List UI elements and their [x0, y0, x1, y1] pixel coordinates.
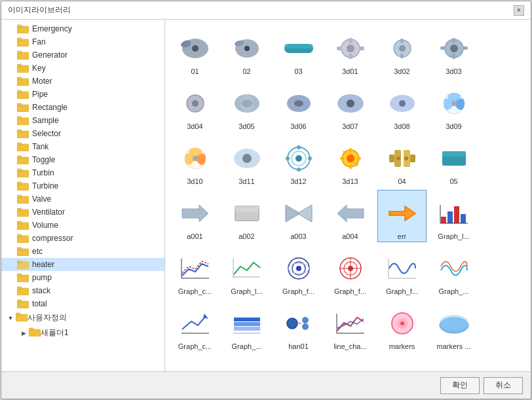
sidebar-item[interactable]: Turbine	[1, 179, 164, 192]
icon-image	[228, 250, 266, 286]
sidebar-item[interactable]: Emergency	[1, 22, 164, 35]
svg-point-146	[302, 317, 309, 323]
sidebar-item-label: Fan	[32, 37, 46, 46]
svg-point-147	[302, 323, 309, 330]
icon-label: Graph_...	[431, 287, 476, 295]
sidebar-item[interactable]: stack	[1, 284, 164, 297]
close-button[interactable]: ×	[514, 5, 524, 16]
sidebar-item[interactable]: Key	[1, 62, 164, 75]
icon-cell[interactable]: Graph_...	[429, 245, 478, 297]
sidebar-item[interactable]: Pipe	[1, 88, 164, 101]
icon-cell[interactable]: 3d01	[326, 25, 375, 77]
svg-point-52	[244, 46, 250, 51]
icon-cell[interactable]: 3d06	[274, 80, 323, 132]
sidebar-item[interactable]: heater	[1, 258, 164, 271]
sidebar-item[interactable]: Turbin	[1, 166, 164, 179]
sidebar-item-label: compressor	[32, 234, 73, 243]
sidebar-item[interactable]: Fan	[1, 35, 164, 48]
sidebar-item[interactable]: total	[1, 297, 164, 310]
sidebar-item[interactable]: Rectangle	[1, 101, 164, 114]
svg-point-107	[396, 156, 400, 160]
svg-point-57	[347, 45, 354, 52]
icon-cell[interactable]: 3d05	[222, 80, 271, 132]
icon-image	[228, 195, 266, 231]
svg-point-93	[286, 156, 290, 160]
icon-cell[interactable]: 3d11	[222, 135, 271, 187]
icon-cell[interactable]: err	[377, 190, 427, 242]
sidebar-item[interactable]: etc	[1, 245, 164, 258]
group-label: 사용자정의	[28, 312, 67, 323]
icon-cell[interactable]: markers ...	[429, 300, 478, 352]
icon-cell[interactable]: Graph_f...	[274, 245, 323, 297]
folder-icon	[17, 273, 29, 282]
icon-cell[interactable]: Graph_...	[222, 300, 271, 352]
icon-image	[280, 140, 318, 176]
icon-cell[interactable]: Graph_f...	[377, 245, 427, 297]
icon-image	[332, 85, 370, 121]
icon-cell[interactable]: Graph_c...	[170, 300, 219, 352]
icon-image	[383, 195, 421, 231]
icon-cell[interactable]: 03	[274, 25, 323, 77]
sidebar-item-label: Tank	[32, 142, 48, 151]
sidebar-item-label: heater	[32, 260, 54, 269]
sidebar-group[interactable]: ▶ 새폴더1	[1, 325, 164, 340]
icon-cell[interactable]: 3d03	[429, 25, 478, 77]
icon-cell[interactable]: 02	[222, 25, 271, 77]
folder-icon	[17, 50, 29, 60]
confirm-button[interactable]: 확인	[440, 377, 480, 394]
icon-cell[interactable]: a004	[326, 190, 375, 242]
sidebar-item-label: Key	[32, 64, 46, 73]
icon-cell[interactable]: 05	[429, 135, 478, 187]
sidebar-item[interactable]: Valve	[1, 192, 164, 206]
icon-cell[interactable]: line_cha...	[326, 300, 375, 352]
sidebar-item[interactable]: Selector	[1, 127, 164, 140]
icon-image	[280, 30, 318, 66]
icon-cell[interactable]: 3d13	[326, 135, 375, 187]
svg-rect-142	[234, 327, 260, 331]
sidebar-item[interactable]: Sample	[1, 114, 164, 127]
icon-cell[interactable]: 3d10	[170, 135, 219, 187]
icon-cell[interactable]: Graph_l...	[222, 245, 271, 297]
sidebar-item[interactable]: Tank	[1, 140, 164, 153]
sidebar-item[interactable]: compressor	[1, 232, 164, 245]
sidebar-item[interactable]: pump	[1, 271, 164, 284]
icon-label: 3d05	[224, 122, 269, 130]
icon-cell[interactable]: han01	[274, 300, 323, 352]
icon-cell[interactable]: 3d02	[377, 25, 427, 77]
sidebar-item[interactable]: Moter	[1, 75, 164, 88]
sidebar-item[interactable]: Toggle	[1, 153, 164, 166]
cancel-button[interactable]: 취소	[484, 377, 523, 394]
sidebar-item[interactable]: Generator	[1, 48, 164, 62]
icon-cell[interactable]: a001	[170, 190, 219, 242]
sidebar-group[interactable]: ▼ 사용자정의	[1, 310, 164, 325]
svg-rect-3	[17, 38, 22, 41]
icon-cell[interactable]: 04	[377, 135, 427, 187]
icon-cell[interactable]: 3d09	[429, 80, 478, 132]
icon-cell[interactable]: Graph_c...	[170, 245, 219, 297]
svg-point-87	[242, 154, 252, 163]
icon-cell[interactable]: Graph_f...	[326, 245, 375, 297]
sidebar-item-label: Ventilator	[32, 208, 65, 217]
icon-cell[interactable]: 3d08	[377, 80, 427, 132]
icon-cell[interactable]: a002	[222, 190, 271, 242]
icon-cell[interactable]: 3d04	[170, 80, 219, 132]
svg-rect-11	[17, 90, 22, 93]
icon-image	[383, 85, 421, 121]
icon-image	[332, 140, 370, 176]
icon-cell[interactable]: Graph_l...	[429, 190, 478, 242]
icon-cell[interactable]: a003	[274, 190, 323, 242]
icon-cell[interactable]: 01	[170, 25, 219, 77]
sidebar-item[interactable]: Volume	[1, 219, 164, 232]
svg-marker-117	[389, 206, 415, 221]
icon-cell[interactable]: 3d12	[274, 135, 323, 187]
icon-cell[interactable]: 3d07	[326, 80, 375, 132]
svg-rect-7	[17, 64, 22, 67]
icon-image	[332, 305, 370, 341]
sidebar-item[interactable]: Ventilator	[1, 206, 164, 219]
sidebar-item-label: stack	[32, 286, 50, 295]
icon-label: 3d07	[328, 122, 373, 130]
icon-cell[interactable]: markers	[377, 300, 427, 352]
icon-image	[176, 85, 214, 121]
svg-rect-121	[461, 214, 466, 223]
icon-label: 3d10	[172, 177, 218, 185]
